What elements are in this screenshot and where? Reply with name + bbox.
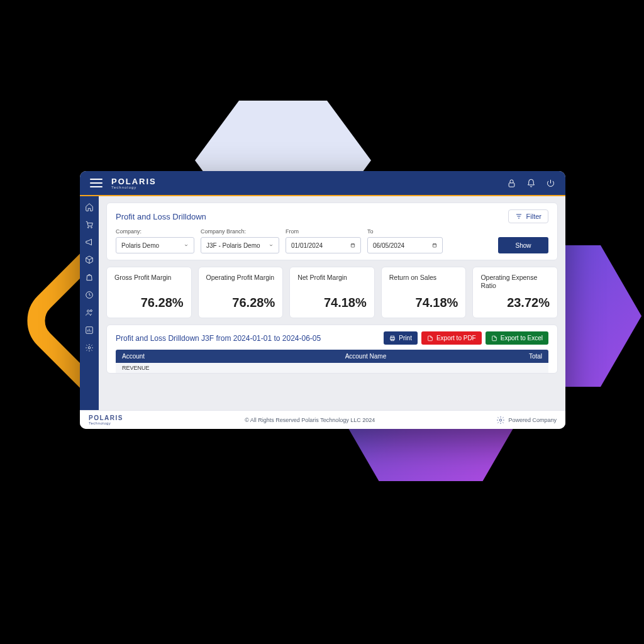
metric-label: Operating Expense Ratio [480,274,550,289]
box-icon[interactable] [85,255,94,264]
clock-icon[interactable] [85,291,94,299]
metric-label: Net Profit Margin [297,274,367,282]
app-window: POLARIS Technology Prof [80,171,565,429]
metric-value: 76.28% [114,296,184,310]
bell-icon[interactable] [526,179,536,188]
metrics-row: Gross Profit Margin 76.28% Operating Pro… [106,267,558,318]
report-panel: Profit and Loss Drilldown J3F from 2024-… [106,325,558,374]
bag-icon[interactable] [85,273,94,282]
metric-value: 74.18% [389,296,458,310]
metric-value: 76.28% [206,296,275,310]
col-name: Account Name [240,353,492,360]
metric-op-expense-ratio: Operating Expense Ratio 23.72% [472,267,558,318]
svg-rect-0 [509,182,514,186]
branch-label: Company Branch: [201,228,279,235]
svg-point-13 [500,419,502,421]
calendar-icon [432,243,437,248]
svg-point-2 [91,227,92,228]
table-header: Account Account Name Total [116,350,548,363]
file-icon [491,335,497,341]
calendar-icon [350,243,355,248]
svg-point-1 [87,227,89,228]
announce-icon[interactable] [85,238,94,247]
sidebar [80,196,99,410]
powered-by: Powered Company [496,416,557,425]
excel-label: Export to Excel [501,335,543,341]
metric-operating-profit: Operating Profit Margin 76.28% [198,267,284,318]
metric-label: Return on Sales [389,274,458,282]
company-label: Company: [116,228,194,235]
svg-rect-8 [351,244,354,247]
lock-icon[interactable] [507,179,516,188]
topbar: POLARIS Technology [80,171,565,196]
from-date[interactable]: 01/01/2024 [286,237,361,253]
print-icon [389,335,396,341]
svg-rect-9 [433,244,436,247]
chart-icon[interactable] [85,326,94,335]
copyright: © All Rights Reserved Polaris Technology… [123,417,497,423]
brand-name: POLARIS [111,177,157,186]
to-value: 06/05/2024 [373,242,404,249]
page-title: Profit and Loss Drilldown [116,212,206,221]
col-total: Total [492,353,542,360]
gear-icon [496,416,505,425]
main-content: Profit and Loss Drilldown Filter Company… [99,196,565,410]
svg-point-7 [88,347,91,349]
power-icon[interactable] [546,179,555,188]
print-button[interactable]: Print [384,331,418,345]
footer-brand: POLARIS Technology [89,415,123,425]
col-account: Account [122,353,240,360]
metric-return-sales: Return on Sales 74.18% [381,267,467,318]
metric-label: Gross Profit Margin [114,274,184,282]
footer: POLARIS Technology © All Rights Reserved… [80,410,565,429]
chevron-down-icon [184,243,189,248]
company-value: Polaris Demo [121,242,159,249]
filter-panel: Profit and Loss Drilldown Filter Company… [106,203,558,260]
from-value: 01/01/2024 [291,242,323,249]
chevron-down-icon [269,243,274,248]
export-pdf-button[interactable]: Export to PDF [421,331,482,345]
brand-sub: Technology [111,186,157,189]
pdf-label: Export to PDF [436,335,476,341]
metric-value: 74.18% [297,296,367,310]
show-button[interactable]: Show [498,237,548,253]
svg-point-4 [87,310,90,313]
filter-button-label: Filter [526,213,541,220]
settings-icon[interactable] [85,343,94,352]
home-icon[interactable] [85,203,94,211]
metric-value: 23.72% [480,296,550,310]
users-icon[interactable] [85,308,94,317]
branch-select[interactable]: J3F - Polaris Demo [201,237,279,253]
menu-toggle[interactable] [90,179,103,187]
table-row[interactable]: REVENUE [116,363,548,373]
to-label: To [367,228,443,235]
print-label: Print [399,335,412,341]
from-label: From [286,228,361,235]
filter-button[interactable]: Filter [508,209,548,223]
report-title: Profit and Loss Drilldown J3F from 2024-… [116,334,321,343]
metric-label: Operating Profit Margin [206,274,275,282]
file-icon [427,335,433,341]
branch-value: J3F - Polaris Demo [206,242,260,249]
brand: POLARIS Technology [111,177,157,189]
powered-label: Powered Company [508,417,557,423]
company-select[interactable]: Polaris Demo [116,237,194,253]
cart-icon[interactable] [85,220,94,229]
svg-point-5 [90,310,92,312]
export-excel-button[interactable]: Export to Excel [486,331,548,345]
filter-icon [515,213,523,220]
to-date[interactable]: 06/05/2024 [367,237,443,253]
metric-gross-profit: Gross Profit Margin 76.28% [106,267,192,318]
metric-net-profit: Net Profit Margin 74.18% [289,267,375,318]
